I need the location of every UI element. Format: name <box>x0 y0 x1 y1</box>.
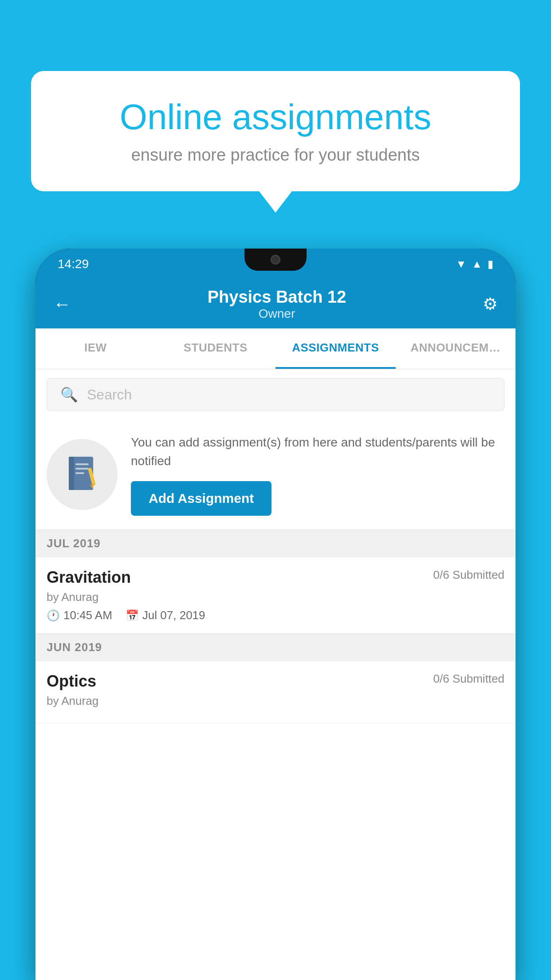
promo-right: You can add assignment(s) from here and … <box>131 433 504 516</box>
assignment-date-value: Jul 07, 2019 <box>142 609 205 622</box>
assignment-top-optics: Optics 0/6 Submitted <box>47 672 504 691</box>
calendar-icon: 📅 <box>126 609 139 622</box>
search-bar[interactable]: 🔍 Search <box>47 378 504 411</box>
assignment-by-optics: by Anurag <box>47 694 504 708</box>
search-placeholder: Search <box>87 387 132 403</box>
speech-bubble-title: Online assignments <box>62 98 489 137</box>
search-icon: 🔍 <box>60 386 78 403</box>
status-icons: ▼ ▲ ▮ <box>456 258 493 270</box>
clock-icon: 🕐 <box>47 609 60 622</box>
phone-notch <box>244 249 307 271</box>
assignment-top: Gravitation 0/6 Submitted <box>47 568 504 587</box>
tab-announcements[interactable]: ANNOUNCEM… <box>396 328 516 369</box>
wifi-icon: ▼ <box>456 258 466 270</box>
add-assignment-promo: You can add assignment(s) from here and … <box>35 420 516 530</box>
assignment-meta-gravitation: 🕐 10:45 AM 📅 Jul 07, 2019 <box>47 609 504 622</box>
header-center: Physics Batch 12 Owner <box>208 288 346 321</box>
notebook-icon <box>64 454 100 494</box>
assignment-date-gravitation: 📅 Jul 07, 2019 <box>126 609 205 622</box>
phone-content: 🔍 Search You can add ass <box>35 369 516 980</box>
speech-bubble: Online assignments ensure more practice … <box>31 71 520 191</box>
section-jun-2019: JUN 2019 <box>35 633 516 661</box>
tabs-bar: IEW STUDENTS ASSIGNMENTS ANNOUNCEM… <box>35 328 516 369</box>
header-subtitle: Owner <box>208 307 346 321</box>
speech-bubble-subtitle: ensure more practice for your students <box>62 146 489 165</box>
notch-camera <box>271 255 280 265</box>
battery-icon: ▮ <box>488 258 493 270</box>
tab-iew[interactable]: IEW <box>35 328 156 369</box>
phone-frame: 14:29 ▼ ▲ ▮ ← Physics Batch 12 Owner ⚙ I… <box>35 249 516 980</box>
tab-assignments[interactable]: ASSIGNMENTS <box>276 328 396 369</box>
promo-text: You can add assignment(s) from here and … <box>131 433 504 470</box>
assignment-item-optics[interactable]: Optics 0/6 Submitted by Anurag <box>35 661 516 723</box>
app-header: ← Physics Batch 12 Owner ⚙ <box>35 280 516 328</box>
assignment-time-value: 10:45 AM <box>63 609 112 622</box>
add-assignment-button[interactable]: Add Assignment <box>131 481 272 516</box>
svg-rect-4 <box>75 472 84 474</box>
header-title: Physics Batch 12 <box>208 288 346 307</box>
status-time: 14:29 <box>58 257 89 271</box>
assignment-submitted-optics: 0/6 Submitted <box>433 672 504 686</box>
settings-icon[interactable]: ⚙ <box>483 294 498 314</box>
status-bar: 14:29 ▼ ▲ ▮ <box>35 249 516 280</box>
assignment-time-gravitation: 🕐 10:45 AM <box>47 609 112 622</box>
assignment-submitted-gravitation: 0/6 Submitted <box>433 568 504 582</box>
svg-rect-3 <box>75 468 89 470</box>
tab-students[interactable]: STUDENTS <box>156 328 276 369</box>
search-container: 🔍 Search <box>35 369 516 420</box>
signal-icon: ▲ <box>472 258 482 270</box>
assignment-name-gravitation: Gravitation <box>47 568 131 587</box>
svg-rect-2 <box>75 463 89 465</box>
svg-rect-1 <box>69 457 74 490</box>
assignment-by-gravitation: by Anurag <box>47 590 504 604</box>
speech-bubble-container: Online assignments ensure more practice … <box>31 71 520 191</box>
section-jul-2019: JUL 2019 <box>35 530 516 557</box>
assignment-name-optics: Optics <box>47 672 96 691</box>
promo-icon-circle <box>47 439 118 510</box>
assignment-item-gravitation[interactable]: Gravitation 0/6 Submitted by Anurag 🕐 10… <box>35 557 516 633</box>
back-button[interactable]: ← <box>53 294 71 314</box>
